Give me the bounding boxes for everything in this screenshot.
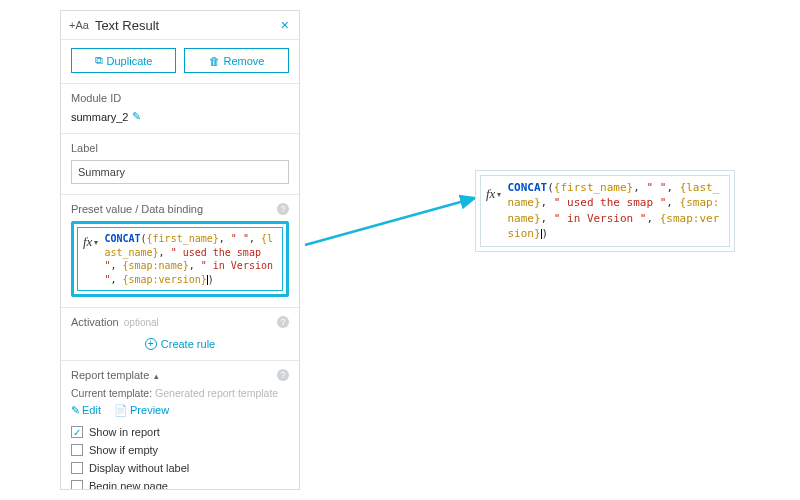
remove-button[interactable]: 🗑 Remove — [184, 48, 289, 73]
checkbox-row: Begin new page — [71, 477, 289, 490]
formula-editor[interactable]: fx ▾ CONCAT({first_name}, " ", {last_nam… — [77, 227, 283, 291]
label-input[interactable] — [71, 160, 289, 184]
edit-module-id-icon[interactable]: ✎ — [132, 110, 141, 123]
checkbox-row: Display without label — [71, 459, 289, 477]
chevron-down-icon: ▾ — [94, 238, 98, 247]
properties-panel: +Aa Text Result × ⧉ Duplicate 🗑 Remove M… — [60, 10, 300, 490]
section-title-preset: Preset value / Data binding ? — [71, 203, 289, 215]
trash-icon: 🗑 — [209, 55, 220, 67]
close-icon[interactable]: × — [279, 17, 291, 33]
section-activation: Activation optional ? + Create rule — [61, 307, 299, 360]
checkbox-label: Begin new page — [89, 480, 168, 490]
current-template-value: Generated report template — [155, 387, 278, 399]
formula-code[interactable]: CONCAT({first_name}, " ", {last_name}, "… — [100, 230, 279, 288]
section-title-module-id: Module ID — [71, 92, 289, 104]
checkbox-row: Show if empty — [71, 441, 289, 459]
module-id-value: summary_2 — [71, 111, 128, 123]
fx-dropdown-zoom[interactable]: fx ▾ — [484, 178, 503, 202]
plus-circle-icon: + — [145, 338, 157, 350]
section-label: Label — [61, 133, 299, 194]
formula-highlight: fx ▾ CONCAT({first_name}, " ", {last_nam… — [71, 221, 289, 297]
activation-optional: optional — [124, 317, 159, 328]
activation-title-text: Activation — [71, 316, 119, 328]
panel-header: +Aa Text Result × — [61, 11, 299, 40]
duplicate-icon: ⧉ — [95, 54, 103, 67]
text-result-icon: +Aa — [69, 19, 89, 31]
checkbox[interactable]: ✓ — [71, 426, 83, 438]
pencil-icon: ✎ — [71, 404, 80, 416]
checkbox[interactable] — [71, 444, 83, 456]
fx-label: fx — [486, 186, 495, 202]
help-icon[interactable]: ? — [277, 316, 289, 328]
chevron-up-icon: ▴ — [154, 371, 159, 381]
checkbox-row: ✓Show in report — [71, 423, 289, 441]
checkbox-label: Show if empty — [89, 444, 158, 456]
formula-code-zoom: CONCAT({first_name}, " ", {last_name}, "… — [503, 178, 726, 244]
formula-editor-zoom: fx ▾ CONCAT({first_name}, " ", {last_nam… — [480, 175, 730, 247]
report-title-text: Report template — [71, 369, 149, 381]
create-rule-label: Create rule — [161, 338, 215, 350]
edit-template-label: Edit — [82, 404, 101, 416]
fx-label: fx — [83, 234, 92, 250]
callout-arrow — [300, 190, 490, 270]
section-title-report[interactable]: Report template ▴ ? — [71, 369, 289, 381]
fx-dropdown[interactable]: fx ▾ — [81, 230, 100, 250]
preview-icon: 📄 — [114, 404, 128, 416]
section-report-template: Report template ▴ ? Current template: Ge… — [61, 360, 299, 490]
module-id-row: summary_2 ✎ — [71, 110, 289, 123]
create-rule-link[interactable]: + Create rule — [71, 334, 289, 350]
section-module-id: Module ID summary_2 ✎ — [61, 83, 299, 133]
duplicate-label: Duplicate — [107, 55, 153, 67]
current-template-label: Current template: — [71, 387, 152, 399]
section-title-label: Label — [71, 142, 289, 154]
svg-line-0 — [305, 198, 475, 245]
checkbox[interactable] — [71, 480, 83, 490]
chevron-down-icon: ▾ — [497, 190, 501, 199]
section-title-activation: Activation optional ? — [71, 316, 289, 328]
help-icon[interactable]: ? — [277, 369, 289, 381]
panel-title: Text Result — [95, 18, 279, 33]
checkbox[interactable] — [71, 462, 83, 474]
checkbox-label: Display without label — [89, 462, 189, 474]
preset-title-text: Preset value / Data binding — [71, 203, 203, 215]
duplicate-button[interactable]: ⧉ Duplicate — [71, 48, 176, 73]
current-template-row: Current template: Generated report templ… — [71, 387, 289, 399]
preview-template-link[interactable]: 📄Preview — [114, 404, 169, 416]
checkbox-label: Show in report — [89, 426, 160, 438]
help-icon[interactable]: ? — [277, 203, 289, 215]
preview-template-label: Preview — [130, 404, 169, 416]
remove-label: Remove — [224, 55, 265, 67]
panel-action-row: ⧉ Duplicate 🗑 Remove — [61, 40, 299, 83]
edit-template-link[interactable]: ✎Edit — [71, 404, 104, 416]
section-preset: Preset value / Data binding ? fx ▾ CONCA… — [61, 194, 299, 307]
template-links: ✎Edit 📄Preview — [71, 403, 289, 417]
report-checkboxes: ✓Show in reportShow if emptyDisplay with… — [71, 423, 289, 490]
formula-zoom-callout: fx ▾ CONCAT({first_name}, " ", {last_nam… — [475, 170, 735, 252]
